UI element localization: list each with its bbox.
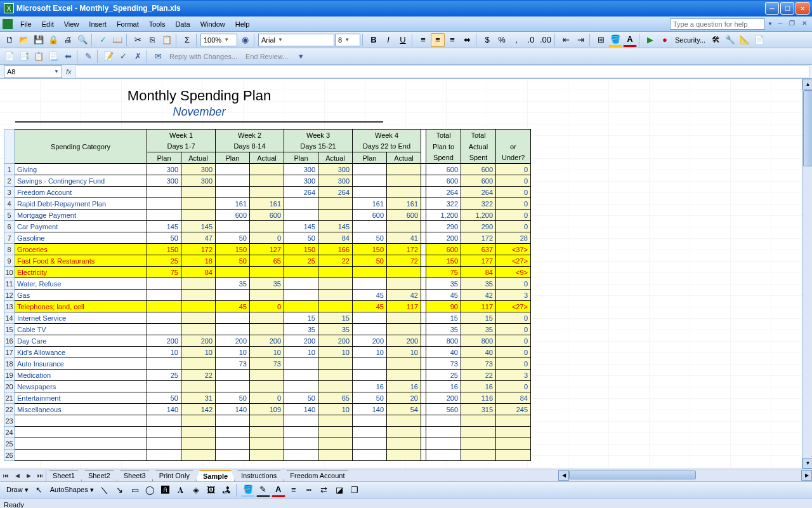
bold-button[interactable]: B — [367, 33, 381, 47]
spelling-button[interactable]: ✓ — [96, 33, 110, 47]
tab-prev-button[interactable]: ◀ — [11, 470, 23, 481]
plan-cell[interactable] — [353, 278, 387, 290]
total-actual-cell[interactable]: 84 — [461, 267, 496, 278]
total-plan-cell[interactable]: 35 — [426, 278, 461, 290]
total-actual-cell[interactable]: 315 — [461, 404, 496, 415]
actual-cell[interactable]: 166 — [318, 244, 353, 255]
over-under-cell[interactable]: 0 — [496, 381, 531, 392]
table-row[interactable]: 19Medication252225223 — [4, 370, 531, 381]
plan-cell[interactable]: 140 — [147, 404, 181, 415]
plan-cell[interactable]: 45 — [353, 290, 387, 301]
total-plan-cell[interactable]: 600 — [426, 175, 461, 187]
plan-cell[interactable] — [216, 415, 250, 427]
total-actual-cell[interactable] — [461, 427, 496, 438]
actual-cell[interactable]: 20 — [387, 392, 421, 404]
total-actual-cell[interactable]: 22 — [461, 370, 496, 381]
name-box[interactable]: A8▼ — [4, 65, 62, 78]
over-under-cell[interactable] — [496, 438, 531, 450]
plan-cell[interactable] — [147, 427, 181, 438]
plan-cell[interactable]: 50 — [216, 255, 250, 267]
decrease-decimal-button[interactable]: .00 — [539, 33, 553, 47]
table-row[interactable]: 9Fast Food & Restaurants2518506525225072… — [4, 255, 531, 267]
plan-cell[interactable] — [216, 267, 250, 278]
row-number[interactable]: 1 — [4, 164, 15, 175]
category-cell[interactable]: Giving — [15, 164, 147, 175]
design-mode-button[interactable]: 📐 — [738, 33, 752, 47]
script-editor-button[interactable]: 📄 — [752, 33, 766, 47]
diagram-button[interactable]: ◈ — [189, 483, 203, 497]
doc-close-button[interactable]: ✕ — [800, 20, 809, 29]
actual-cell[interactable]: 200 — [250, 335, 284, 347]
actual-cell[interactable] — [387, 358, 421, 370]
row-number[interactable]: 10 — [4, 267, 15, 278]
plan-cell[interactable]: 45 — [353, 301, 387, 312]
plan-cell[interactable]: 50 — [353, 232, 387, 244]
table-row[interactable]: 17Kid's Allowance101010101010101040400 — [4, 347, 531, 358]
over-under-cell[interactable]: <9> — [496, 267, 531, 278]
sheet-tab-sample[interactable]: Sample — [196, 470, 235, 481]
plan-cell[interactable] — [353, 370, 387, 381]
plan-cell[interactable] — [216, 312, 250, 324]
plan-cell[interactable] — [147, 278, 181, 290]
actual-cell[interactable] — [181, 187, 216, 198]
align-right-button[interactable]: ≡ — [445, 33, 459, 47]
actual-cell[interactable] — [250, 290, 284, 301]
actual-cell[interactable] — [318, 210, 353, 221]
actual-cell[interactable]: 0 — [250, 232, 284, 244]
sheet-tab-sheet1[interactable]: Sheet1 — [46, 470, 82, 481]
comma-button[interactable]: , — [509, 33, 523, 47]
plan-cell[interactable] — [284, 438, 318, 450]
plan-cell[interactable] — [147, 210, 181, 221]
fx-button[interactable]: fx — [66, 68, 72, 76]
actual-cell[interactable] — [250, 450, 284, 461]
category-cell[interactable]: Car Payment — [15, 221, 147, 232]
actual-cell[interactable] — [181, 324, 216, 335]
total-actual-cell[interactable]: 42 — [461, 290, 496, 301]
actual-cell[interactable]: 42 — [387, 290, 421, 301]
plan-cell[interactable] — [147, 198, 181, 210]
research-button[interactable]: 📖 — [110, 33, 124, 47]
actual-cell[interactable] — [181, 427, 216, 438]
textbox-button[interactable]: 🅰 — [159, 483, 173, 497]
increase-decimal-button[interactable]: .0 — [524, 33, 538, 47]
scroll-left-button[interactable]: ◀ — [558, 470, 569, 481]
plan-cell[interactable] — [353, 358, 387, 370]
actual-cell[interactable] — [250, 381, 284, 392]
plan-cell[interactable]: 300 — [147, 164, 181, 175]
actual-cell[interactable]: 300 — [318, 164, 353, 175]
over-under-cell[interactable]: 0 — [496, 347, 531, 358]
total-actual-cell[interactable]: 116 — [461, 392, 496, 404]
plan-cell[interactable] — [284, 210, 318, 221]
scroll-up-button[interactable]: ▲ — [802, 79, 812, 90]
row-number[interactable]: 2 — [4, 175, 15, 187]
underline-button[interactable]: U — [396, 33, 410, 47]
fill-color-draw-button[interactable]: 🪣 — [241, 483, 255, 497]
total-plan-cell[interactable]: 200 — [426, 392, 461, 404]
over-under-cell[interactable] — [496, 450, 531, 461]
row-number[interactable]: 6 — [4, 221, 15, 232]
actual-cell[interactable]: 161 — [250, 198, 284, 210]
actual-cell[interactable] — [181, 381, 216, 392]
actual-cell[interactable]: 264 — [318, 187, 353, 198]
actual-cell[interactable]: 117 — [387, 301, 421, 312]
category-cell[interactable]: Miscellaneous — [15, 404, 147, 415]
actual-cell[interactable]: 600 — [387, 210, 421, 221]
total-actual-cell[interactable] — [461, 415, 496, 427]
category-cell[interactable]: Water, Refuse — [15, 278, 147, 290]
total-plan-cell[interactable]: 264 — [426, 187, 461, 198]
actual-cell[interactable]: 16 — [387, 381, 421, 392]
plan-cell[interactable] — [353, 450, 387, 461]
plan-cell[interactable] — [216, 290, 250, 301]
table-row[interactable]: 25 — [4, 438, 531, 450]
plan-cell[interactable]: 75 — [147, 267, 181, 278]
increase-indent-button[interactable]: ⇥ — [573, 33, 587, 47]
oval-button[interactable]: ◯ — [143, 483, 157, 497]
menu-file[interactable]: File — [15, 19, 37, 29]
actual-cell[interactable]: 0 — [250, 392, 284, 404]
row-number[interactable]: 12 — [4, 290, 15, 301]
3d-button[interactable]: ❒ — [348, 483, 362, 497]
actual-cell[interactable]: 84 — [318, 232, 353, 244]
actual-cell[interactable]: 35 — [250, 278, 284, 290]
actual-cell[interactable] — [387, 312, 421, 324]
menu-insert[interactable]: Insert — [84, 19, 112, 29]
